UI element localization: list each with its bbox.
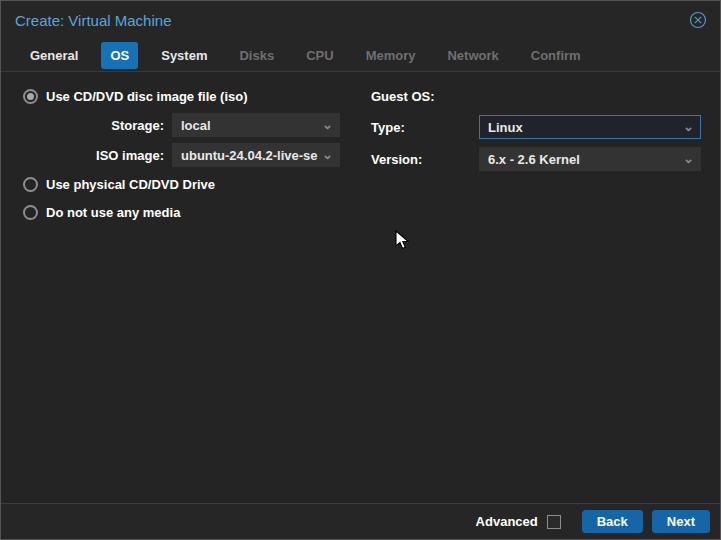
os-type-select[interactable]: Linux ⌄ <box>479 115 701 139</box>
wizard-tabbar: General OS System Disks CPU Memory Netwo… <box>1 39 720 72</box>
iso-image-row: ISO image: ubuntu-24.04.2-live-se ⌄ <box>1 140 361 170</box>
os-tab-panel: Use CD/DVD disc image file (iso) Storage… <box>1 72 720 504</box>
os-type-value: Linux <box>488 120 679 135</box>
iso-image-value: ubuntu-24.04.2-live-se <box>181 148 318 163</box>
chevron-down-icon: ⌄ <box>683 154 694 164</box>
tab-memory: Memory <box>357 42 425 69</box>
guest-os-column: Guest OS: Type: Linux ⌄ Version: 6.x - 2… <box>371 82 711 174</box>
close-icon[interactable] <box>688 10 708 30</box>
chevron-down-icon: ⌄ <box>683 122 694 132</box>
os-version-label: Version: <box>371 152 471 167</box>
iso-image-label: ISO image: <box>1 148 164 163</box>
os-version-select[interactable]: 6.x - 2.6 Kernel ⌄ <box>479 147 701 171</box>
chevron-down-icon: ⌄ <box>322 120 333 130</box>
radio-label: Use CD/DVD disc image file (iso) <box>46 89 248 104</box>
storage-label: Storage: <box>1 118 164 133</box>
dialog-titlebar: Create: Virtual Machine <box>1 1 720 39</box>
next-button[interactable]: Next <box>652 510 710 533</box>
radio-option-physical-drive[interactable]: Use physical CD/DVD Drive <box>1 170 361 198</box>
mouse-cursor-icon <box>393 230 411 252</box>
guest-os-heading: Guest OS: <box>371 82 711 110</box>
create-vm-dialog: Create: Virtual Machine General OS Syste… <box>0 0 721 540</box>
advanced-checkbox[interactable] <box>547 515 561 529</box>
tab-network: Network <box>438 42 507 69</box>
radio-icon[interactable] <box>23 89 38 104</box>
os-type-row: Type: Linux ⌄ <box>371 112 711 142</box>
os-version-value: 6.x - 2.6 Kernel <box>488 152 679 167</box>
storage-row: Storage: local ⌄ <box>1 110 361 140</box>
radio-option-iso[interactable]: Use CD/DVD disc image file (iso) <box>1 82 361 110</box>
media-column: Use CD/DVD disc image file (iso) Storage… <box>1 82 361 226</box>
tab-os[interactable]: OS <box>101 42 138 69</box>
storage-value: local <box>181 118 318 133</box>
iso-image-select[interactable]: ubuntu-24.04.2-live-se ⌄ <box>172 143 340 167</box>
radio-icon[interactable] <box>23 205 38 220</box>
chevron-down-icon: ⌄ <box>322 150 333 160</box>
radio-icon[interactable] <box>23 177 38 192</box>
storage-select[interactable]: local ⌄ <box>172 113 340 137</box>
tab-system[interactable]: System <box>152 42 216 69</box>
dialog-footer: Advanced Back Next <box>1 503 720 539</box>
tab-general[interactable]: General <box>21 42 87 69</box>
radio-label: Use physical CD/DVD Drive <box>46 177 215 192</box>
os-version-row: Version: 6.x - 2.6 Kernel ⌄ <box>371 144 711 174</box>
tab-cpu: CPU <box>297 42 342 69</box>
advanced-label: Advanced <box>476 514 538 529</box>
tab-disks: Disks <box>230 42 283 69</box>
os-type-label: Type: <box>371 120 471 135</box>
back-button[interactable]: Back <box>582 510 643 533</box>
tab-confirm: Confirm <box>522 42 590 69</box>
dialog-title: Create: Virtual Machine <box>15 12 688 29</box>
radio-label: Do not use any media <box>46 205 180 220</box>
radio-option-no-media[interactable]: Do not use any media <box>1 198 361 226</box>
